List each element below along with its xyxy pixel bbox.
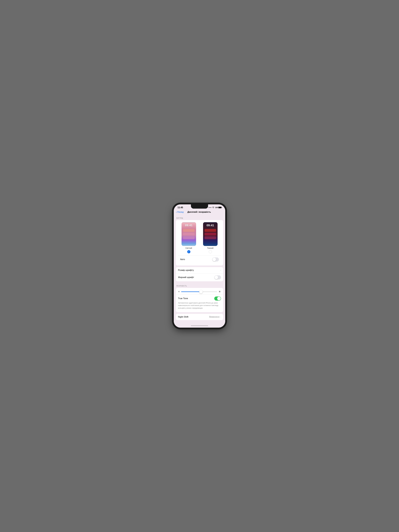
light-mode-bars	[183, 229, 195, 239]
content-area: ВИГЛЯД 09:41 Світлий ✓	[174, 215, 225, 324]
true-tone-description: Автоматично адаптувати дисплей iPhone до…	[178, 302, 221, 309]
home-indicator	[191, 325, 208, 326]
appearance-section-label: ВИГЛЯД	[174, 215, 225, 220]
brightness-card: ☀ ☀ True Tone Автоматично адаптувати дис…	[176, 288, 223, 312]
appearance-modes: 09:41 Світлий ✓ 09:41	[178, 222, 221, 253]
notch	[191, 204, 208, 209]
brightness-section-label: ЯСКРАВІСТЬ	[174, 283, 225, 288]
bold-font-label: Жирний шрифт	[178, 276, 194, 279]
true-tone-label: True Tone	[178, 297, 188, 300]
dark-mode-time: 09:41	[203, 224, 217, 227]
dark-mode-option[interactable]: 09:41 Темний	[203, 222, 218, 253]
battery-indicator: 100	[215, 207, 222, 209]
light-mode-time: 09:41	[182, 224, 196, 227]
light-mode-label: Світлий	[185, 247, 192, 249]
night-shift-status: Вимкнено	[209, 316, 220, 318]
signal-icon	[209, 207, 211, 208]
battery-fill	[219, 207, 221, 208]
battery-icon	[218, 207, 222, 208]
appearance-card: 09:41 Світлий ✓ 09:41	[176, 220, 223, 266]
status-time: 11:45	[177, 206, 183, 209]
true-tone-top: True Tone	[178, 297, 221, 301]
light-bar-2	[183, 233, 195, 235]
battery-percent: 100	[215, 207, 218, 209]
night-shift-right: Вимкнено ›	[209, 316, 221, 318]
true-tone-row: True Tone Автоматично адаптувати дисплей…	[176, 294, 223, 311]
true-tone-toggle-thumb	[217, 297, 221, 300]
text-settings-card: Розмір шрифту › Жирний шрифт	[176, 267, 223, 281]
night-shift-chevron-icon: ›	[220, 316, 221, 318]
auto-toggle[interactable]	[212, 257, 219, 261]
bold-font-row: Жирний шрифт	[176, 273, 223, 281]
dark-bar-1	[204, 229, 216, 232]
light-mode-radio[interactable]: ✓	[187, 250, 190, 253]
bold-font-toggle[interactable]	[214, 275, 221, 279]
nav-bar: ‹ Назад Дисплей і яскравість	[174, 210, 225, 215]
status-icons: 100	[209, 207, 222, 209]
auto-toggle-row: Авто	[178, 256, 221, 263]
font-size-row[interactable]: Розмір шрифту ›	[176, 267, 223, 273]
auto-label: Авто	[180, 258, 185, 261]
brightness-slider-row: ☀ ☀	[176, 289, 223, 294]
dark-mode-preview: 09:41	[203, 222, 218, 246]
brightness-max-icon: ☀	[218, 290, 221, 293]
auto-toggle-thumb	[212, 258, 216, 261]
dark-mode-label: Темний	[207, 247, 214, 249]
night-shift-row[interactable]: Night Shift Вимкнено ›	[176, 314, 223, 320]
light-bar-1	[183, 229, 195, 232]
dark-mode-radio[interactable]	[209, 250, 212, 253]
bold-font-toggle-thumb	[215, 276, 218, 279]
light-bar-3	[183, 236, 195, 239]
light-mode-option[interactable]: 09:41 Світлий ✓	[182, 222, 196, 253]
dark-mode-bars	[204, 229, 216, 239]
page-title: Дисплей і яскравість	[176, 211, 223, 213]
night-shift-card: Night Shift Вимкнено ›	[176, 314, 223, 320]
font-size-chevron-icon: ›	[220, 269, 221, 271]
dark-bar-3	[204, 236, 216, 239]
brightness-slider-track[interactable]	[181, 291, 217, 292]
phone-frame: 11:45 100 ‹ Назад Дисплей і яскр	[174, 204, 225, 328]
brightness-slider-thumb[interactable]	[199, 290, 203, 293]
night-shift-label: Night Shift	[178, 316, 188, 318]
font-size-label: Розмір шрифту	[178, 269, 194, 272]
dark-bar-2	[204, 233, 216, 235]
brightness-min-icon: ☀	[178, 290, 180, 293]
brightness-slider-fill	[181, 291, 201, 292]
wifi-icon	[212, 207, 214, 208]
light-mode-preview: 09:41	[182, 222, 196, 246]
true-tone-toggle[interactable]	[214, 297, 221, 301]
